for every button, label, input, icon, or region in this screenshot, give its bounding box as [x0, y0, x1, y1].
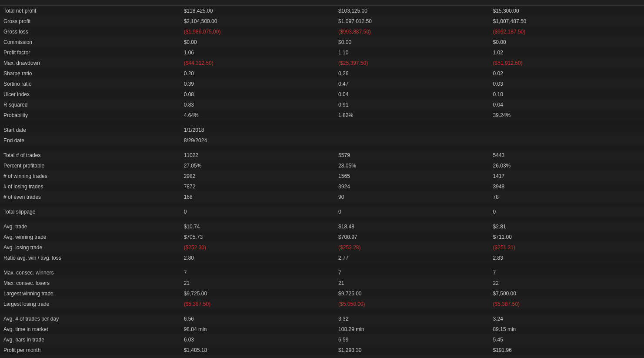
row-label: Sortino ratio	[0, 79, 180, 89]
row-long-value: 2.77	[335, 253, 489, 263]
spacer-row	[0, 263, 644, 268]
row-long-value: 90	[335, 192, 489, 202]
row-long-value: 3.32	[335, 314, 489, 324]
row-long-value: 28.05%	[335, 161, 489, 171]
table-row: # of losing trades787239243948	[0, 181, 644, 192]
row-all-value: ($44,312.50)	[180, 58, 335, 68]
row-label: Max. consec. losers	[0, 278, 180, 288]
row-label: Gross profit	[0, 16, 180, 27]
row-all-value: 4.64%	[180, 110, 335, 120]
row-all-value: ($5,387.50)	[180, 299, 335, 309]
row-label: Avg. trade	[0, 221, 180, 232]
performance-table: Total net profit$118,425.00$103,125.00$1…	[0, 0, 644, 358]
row-short-value: 0.02	[490, 68, 644, 79]
table-row: End date8/29/2024	[0, 135, 644, 146]
row-label: Max. consec. winners	[0, 268, 180, 278]
row-label: Ratio avg. win / avg. loss	[0, 253, 180, 263]
row-short-value	[490, 135, 644, 146]
row-all-value: 6.56	[180, 314, 335, 324]
table-row: R squared0.830.910.04	[0, 100, 644, 110]
row-all-value: 7872	[180, 181, 335, 192]
row-all-value: 21	[180, 278, 335, 288]
table-row: Gross profit$2,104,500.00$1,097,012.50$1…	[0, 16, 644, 27]
table-row: Commission$0.00$0.00$0.00	[0, 37, 644, 47]
table-row: Total net profit$118,425.00$103,125.00$1…	[0, 6, 644, 17]
row-label: Max. time to recover	[0, 355, 180, 358]
row-long-value: 7	[335, 268, 489, 278]
performance-table-container: Total net profit$118,425.00$103,125.00$1…	[0, 0, 644, 358]
table-row: Max. consec. winners777	[0, 268, 644, 278]
row-short-value: 78	[490, 192, 644, 202]
row-label: Percent profitable	[0, 161, 180, 171]
row-all-value: 8/29/2024	[180, 135, 335, 146]
row-long-value: 1.82%	[335, 110, 489, 120]
row-all-value: 0.83	[180, 100, 335, 110]
row-all-value: 665.40 days	[180, 355, 335, 358]
row-label: Profit per month	[0, 345, 180, 355]
row-label: End date	[0, 135, 180, 146]
row-short-value: ($5,387.50)	[490, 299, 644, 309]
row-short-value: $191.96	[490, 345, 644, 355]
table-row: Total slippage000	[0, 207, 644, 217]
table-row: Percent profitable27.05%28.05%26.03%	[0, 161, 644, 171]
row-long-value: 21	[335, 278, 489, 288]
row-all-value: 11022	[180, 150, 335, 161]
row-long-value: 0	[335, 207, 489, 217]
row-short-value: 0	[490, 207, 644, 217]
row-all-value: ($252.30)	[180, 242, 335, 253]
table-row: Probability4.64%1.82%39.24%	[0, 110, 644, 120]
row-long-value: $0.00	[335, 37, 489, 47]
row-long-value: $1,293.30	[335, 345, 489, 355]
row-all-value: 0.39	[180, 79, 335, 89]
row-long-value: 0.04	[335, 89, 489, 100]
table-row: Total # of trades1102255795443	[0, 150, 644, 161]
row-long-value: 0.26	[335, 68, 489, 79]
table-row: Avg. bars in trade6.036.595.45	[0, 335, 644, 345]
row-all-value: $1,485.18	[180, 345, 335, 355]
table-header-row	[0, 0, 644, 6]
table-row: Sortino ratio0.390.470.03	[0, 79, 644, 89]
row-all-value: 6.03	[180, 335, 335, 345]
row-all-value: 27.05%	[180, 161, 335, 171]
row-label: Avg. time in market	[0, 324, 180, 335]
row-all-value: 0	[180, 207, 335, 217]
table-row: Start date1/1/2018	[0, 125, 644, 135]
row-all-value: 98.84 min	[180, 324, 335, 335]
row-long-value	[335, 135, 489, 146]
row-label: R squared	[0, 100, 180, 110]
table-row: Avg. time in market98.84 min108.29 min89…	[0, 324, 644, 335]
row-label: Avg. # of trades per day	[0, 314, 180, 324]
row-label: Commission	[0, 37, 180, 47]
row-short-value: ($251.31)	[490, 242, 644, 253]
row-long-value: ($253.28)	[335, 242, 489, 253]
row-label: Avg. losing trade	[0, 242, 180, 253]
row-all-value: 1/1/2018	[180, 125, 335, 135]
table-row: Ulcer index0.080.040.10	[0, 89, 644, 100]
row-short-value: 1417	[490, 171, 644, 181]
row-short-value: $711.00	[490, 232, 644, 242]
row-label: Max. drawdown	[0, 58, 180, 68]
row-long-value: 1565	[335, 171, 489, 181]
row-long-value: 0.47	[335, 79, 489, 89]
row-short-value: $15,300.00	[490, 6, 644, 17]
row-short-value: $0.00	[490, 37, 644, 47]
row-all-value: 168	[180, 192, 335, 202]
row-short-value: 22	[490, 278, 644, 288]
row-short-value: 89.15 min	[490, 324, 644, 335]
row-label: Start date	[0, 125, 180, 135]
row-short-value: $7,500.00	[490, 288, 644, 299]
header-performance	[0, 0, 180, 6]
row-long-value: 5579	[335, 150, 489, 161]
row-short-value: 5.45	[490, 335, 644, 345]
table-row: Largest losing trade($5,387.50)($5,050.0…	[0, 299, 644, 309]
row-long-value: $18.48	[335, 221, 489, 232]
row-long-value: ($993,887.50)	[335, 27, 489, 37]
row-long-value: ($5,050.00)	[335, 299, 489, 309]
row-all-value: $118,425.00	[180, 6, 335, 17]
table-row: Avg. trade$10.74$18.48$2.81	[0, 221, 644, 232]
table-row: # of even trades1689078	[0, 192, 644, 202]
row-label: Avg. winning trade	[0, 232, 180, 242]
row-label: # of winning trades	[0, 171, 180, 181]
spacer-row	[0, 146, 644, 150]
row-long-value: $1,097,012.50	[335, 16, 489, 27]
